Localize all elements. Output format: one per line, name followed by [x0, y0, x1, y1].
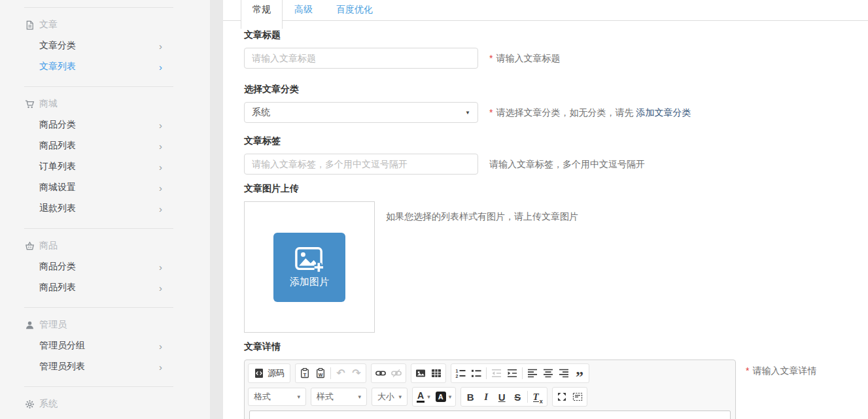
format-dropdown[interactable]: 格式 ▾: [248, 388, 306, 406]
source-button[interactable]: 源码: [250, 365, 288, 381]
sidebar-header-system[interactable]: 系统: [0, 394, 210, 414]
maximize-button[interactable]: [554, 389, 570, 405]
sidebar-header-admin[interactable]: 管理员: [0, 314, 210, 335]
sidebar-item-label: 退款列表: [39, 203, 76, 214]
toolbar-separator: [486, 367, 487, 379]
link-button[interactable]: [373, 365, 389, 381]
underline-button[interactable]: U: [494, 389, 510, 405]
paste-word-icon: W: [315, 368, 326, 378]
sidebar-item-mall-goods-category[interactable]: 商品分类 ›: [0, 114, 210, 135]
bold-button[interactable]: B: [462, 389, 478, 405]
field-hint-category: *请选择文章分类，如无分类，请先添加文章分类: [489, 107, 691, 118]
indent-button[interactable]: [504, 365, 520, 381]
paste-text-button[interactable]: T: [297, 365, 313, 381]
style-dropdown[interactable]: 样式 ▾: [311, 388, 367, 406]
undo-button[interactable]: ↶: [333, 365, 349, 381]
sidebar-header-goods[interactable]: 商品: [0, 235, 210, 256]
caret-down-icon: ▾: [398, 394, 402, 400]
editor-toolbar-row2: 格式 ▾ 样式 ▾ 大小 ▾ A: [248, 387, 732, 407]
field-hint-detail: *请输入文章详情: [746, 360, 816, 377]
insert-image-button[interactable]: [413, 365, 428, 381]
image-upload-box: 添加图片: [244, 201, 375, 333]
bg-color-button[interactable]: A ▾: [433, 389, 455, 405]
hint-text: 如果您选择的列表样式有图片，请上传文章图片: [386, 211, 578, 222]
caret-down-icon: ▾: [449, 394, 452, 400]
caret-down-icon: ▾: [358, 394, 361, 400]
sidebar-header-label: 管理员: [39, 319, 67, 331]
sidebar-item-goods-list[interactable]: 商品列表 ›: [0, 277, 210, 298]
blockquote-button[interactable]: ”: [572, 365, 587, 381]
strikethrough-button[interactable]: S: [510, 389, 525, 405]
sidebar-item-mall-settings[interactable]: 商城设置 ›: [0, 177, 210, 198]
insert-table-button[interactable]: [428, 365, 444, 381]
svg-text:W: W: [319, 373, 323, 377]
add-category-link[interactable]: 添加文章分类: [636, 107, 691, 118]
toolbar-group-tools: [552, 387, 587, 407]
underline-icon: U: [498, 392, 506, 403]
tags-input[interactable]: [244, 154, 478, 175]
chevron-right-icon: ›: [159, 162, 162, 172]
blockquote-icon: ”: [576, 367, 583, 380]
sidebar-section-system: 系统 基本信息 ›: [0, 386, 210, 419]
insert-image-icon: [415, 368, 426, 378]
caret-down-icon: ▾: [427, 394, 430, 400]
add-image-button[interactable]: 添加图片: [273, 233, 345, 302]
remove-format-button[interactable]: T x: [530, 389, 546, 405]
numbered-list-icon: 12: [455, 368, 466, 378]
field-hint-title: *请输入文章标题: [489, 52, 560, 64]
sidebar-item-order-list[interactable]: 订单列表 ›: [0, 156, 210, 177]
bulleted-list-button[interactable]: [468, 365, 484, 381]
main-content: 常规 高级 百度优化 文章标题 *请输入文章标题 选择文章分类 系: [223, 0, 868, 419]
sidebar-item-article-list[interactable]: 文章列表 ›: [0, 56, 210, 77]
editor-content[interactable]: [249, 411, 731, 419]
paste-text-icon: T: [300, 368, 310, 378]
remove-format-icon: T: [533, 392, 539, 402]
align-center-button[interactable]: [540, 365, 556, 381]
field-label-title: 文章标题: [244, 30, 868, 40]
chevron-right-icon: ›: [159, 283, 162, 293]
align-right-icon: [559, 368, 569, 378]
chevron-right-icon: ›: [159, 120, 162, 130]
sidebar-item-article-category[interactable]: 文章分类 ›: [0, 35, 210, 56]
italic-icon: I: [484, 392, 488, 403]
align-right-button[interactable]: [556, 365, 572, 381]
sidebar-item-label: 商品分类: [39, 119, 76, 131]
required-asterisk: *: [489, 53, 493, 63]
sidebar-item-goods-category[interactable]: 商品分类 ›: [0, 256, 210, 277]
tab-general[interactable]: 常规: [241, 0, 283, 29]
size-dropdown[interactable]: 大小 ▾: [372, 388, 408, 406]
caret-down-icon: ▾: [297, 394, 300, 400]
bold-icon: B: [467, 392, 474, 403]
field-label-detail: 文章详情: [244, 342, 868, 352]
sidebar-item-label: 文章分类: [39, 40, 76, 52]
italic-button[interactable]: I: [478, 389, 494, 405]
sidebar-header-article[interactable]: 文章: [0, 14, 210, 35]
toolbar-group-source: 源码: [248, 363, 290, 383]
sidebar-item-admin-group[interactable]: 管理员分组 ›: [0, 335, 210, 356]
redo-button[interactable]: ↷: [349, 365, 364, 381]
align-left-button[interactable]: [525, 365, 540, 381]
editor-toolbar-row1: 源码 T W ↶: [248, 363, 732, 383]
chevron-right-icon: ›: [159, 41, 162, 51]
sidebar-item-refund-list[interactable]: 退款列表 ›: [0, 198, 210, 219]
category-select[interactable]: 系统 ▼: [244, 102, 478, 123]
numbered-list-button[interactable]: 12: [453, 365, 468, 381]
show-blocks-button[interactable]: [570, 389, 585, 405]
text-color-button[interactable]: A ▾: [414, 389, 433, 405]
sidebar-header-label: 文章: [39, 19, 58, 31]
tab-baidu-seo[interactable]: 百度优化: [324, 0, 385, 29]
sidebar-item-mall-goods-list[interactable]: 商品列表 ›: [0, 135, 210, 156]
sidebar-item-admin-list[interactable]: 管理员列表 ›: [0, 356, 210, 377]
sidebar-item-label: 订单列表: [39, 161, 76, 173]
tab-bar: 常规 高级 百度优化: [223, 0, 868, 29]
tab-advanced[interactable]: 高级: [283, 0, 324, 29]
outdent-button[interactable]: [489, 365, 504, 381]
sidebar-section-mall: 商城 商品分类 › 商品列表 › 订单列表 › 商城设置 › 退款列表 ›: [0, 86, 210, 219]
sidebar-item-basic-info[interactable]: 基本信息 ›: [0, 414, 210, 419]
scrollbar-gutter[interactable]: [210, 0, 223, 419]
paste-word-button[interactable]: W: [313, 365, 328, 381]
unlink-button[interactable]: [389, 365, 404, 381]
sidebar-header-mall[interactable]: 商城: [0, 93, 210, 114]
toolbar-separator: [330, 367, 331, 379]
title-input[interactable]: [244, 48, 478, 69]
